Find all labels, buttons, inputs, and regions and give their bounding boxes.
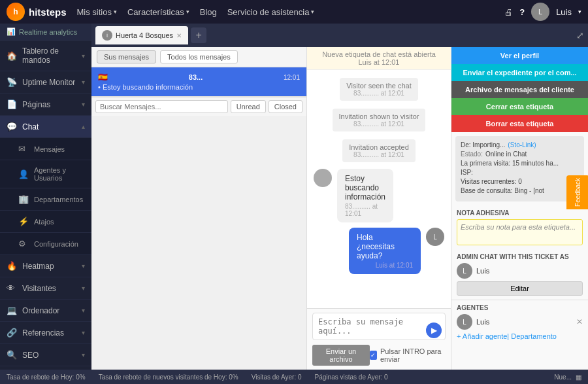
sys-text: Invitation accepted (349, 143, 409, 151)
search-messages-input[interactable] (95, 100, 228, 113)
sidebar-item-dashboard[interactable]: 🏠 Tablero de mandos ▾ (0, 41, 91, 71)
message-archive-button[interactable]: Archivo de mensajes del cliente (451, 81, 588, 98)
tab-bar: i Huerta 4 Bosques ✕ + ⤢ (91, 24, 588, 47)
status-right-label: Nue... (554, 374, 572, 381)
browsing-label: De: Importing... (461, 141, 505, 148)
agent-message: Hola ¿necesitas ayuda? Luis at 12:01 L (314, 228, 444, 274)
tab-info-icon: i (102, 30, 112, 41)
sidebar-item-departments[interactable]: 🏢 Departamentos (0, 188, 91, 211)
chevron-down-icon: ▾ (578, 9, 581, 15)
status-text-2: Visitas de Ayer: 0 (252, 374, 302, 381)
enter-toggle[interactable]: ✓ Pulsar INTRO para enviar (370, 347, 446, 363)
view-profile-button[interactable]: Ver el perfil (451, 47, 588, 64)
chevron-icon: ▾ (82, 307, 85, 314)
pages-icon: 📄 (7, 99, 17, 109)
sidebar-item-pages[interactable]: 📄 Páginas ▾ (0, 94, 91, 116)
list-item[interactable]: 🇪🇸 83... 12:01 • Estoy buscando informac… (91, 67, 306, 97)
sidebar-sub-chat: ✉ Mensajes 👤 Agentes y Usuarios 🏢 Depart… (0, 138, 91, 255)
edit-button[interactable]: Editar (457, 281, 583, 296)
chat-list: 🇪🇸 83... 12:01 • Estoy buscando informac… (91, 67, 306, 97)
status-item-3: Páginas vistas de Ayer: 0 (315, 374, 388, 381)
nav-caracteristicas[interactable]: Características ▾ (127, 7, 189, 17)
chat-time: 12:01 (284, 74, 300, 81)
logo-icon: h (7, 3, 25, 21)
unread-filter-btn[interactable]: Unread (231, 100, 266, 113)
agent-avatar: L (426, 228, 444, 246)
agents-icon: 👤 (18, 169, 29, 179)
visitor-message: Estoy buscando información 83.......... … (314, 169, 392, 222)
chat-tab-0[interactable]: i Huerta 4 Bosques ✕ (95, 26, 188, 44)
sidebar-item-label: Agentes y Usuarios (34, 166, 85, 182)
send-expedient-button[interactable]: Enviar el expediente por el com... (451, 64, 588, 81)
nav-asistencia[interactable]: Servicio de asistencia ▾ (227, 7, 315, 17)
recurrent-value: Visitas recurrentes: 0 (461, 178, 522, 185)
isp-value: ISP: (461, 169, 473, 176)
sidebar-item-agents[interactable]: 👤 Agentes y Usuarios (0, 160, 91, 188)
agent-name: Luis (476, 318, 572, 326)
delete-tag-button[interactable]: Borrar esta etiqueta (451, 115, 588, 132)
status-text-3: Páginas vistas de Ayer: 0 (315, 374, 388, 381)
tab-add-button[interactable]: + (191, 27, 206, 43)
chevron-icon: ▾ (82, 329, 85, 336)
sidebar-item-uptime[interactable]: 📡 Uptime Monitor ▾ (0, 71, 91, 94)
add-agent-button[interactable]: + Añadir agente| Departamento (457, 332, 583, 340)
closed-filter-btn[interactable]: Closed (269, 100, 302, 113)
nav-mis-sitios[interactable]: Mis sitios ▾ (77, 7, 117, 17)
admin-chat-title: ADMIN CHAT WITH THIS TICKET AS (457, 253, 583, 260)
visitors-icon: 👁 (7, 283, 17, 293)
sidebar-item-seo[interactable]: 🔍 SEO ▾ (0, 344, 91, 366)
send-button[interactable]: ▶ (426, 323, 442, 338)
analytics-icon: 📊 (7, 27, 16, 36)
browsing-info: De: Importing... (Sto-Link) (461, 141, 579, 148)
sidebar-item-references[interactable]: 🔗 Referencias ▾ (0, 322, 91, 344)
chevron-icon: ▾ (82, 262, 85, 270)
sidebar-item-computer[interactable]: 💻 Ordenador ▾ (0, 300, 91, 322)
sidebar-item-heatmap[interactable]: 🔥 Heatmap ▾ (0, 255, 91, 277)
first-visit-value: La primera visita: 15 minutos ha... (461, 160, 559, 167)
chat-preview: • Estoy buscando información (98, 83, 300, 91)
tab-close-icon[interactable]: ✕ (176, 32, 182, 39)
status-item-0: Tasa de rebote de Hoy: 0% (7, 374, 86, 381)
sidebar-item-label: SEO (22, 351, 39, 360)
sidebar-item-chat[interactable]: 💬 Chat ▴ (0, 116, 91, 138)
admin-name: Luis (476, 267, 583, 275)
filter-todos[interactable]: Todos los mensajes (160, 50, 238, 63)
user-name[interactable]: Luis (556, 7, 572, 17)
message-input[interactable] (312, 313, 446, 340)
expand-icon[interactable]: ⤢ (576, 30, 584, 41)
flag-icon: 🇪🇸 (98, 73, 108, 82)
visitor-info-box: De: Importing... (Sto-Link) Estado: Onli… (455, 136, 584, 201)
chevron-down-icon: ▾ (186, 9, 189, 15)
sidebar-item-shortcuts[interactable]: ⚡ Atajos (0, 211, 91, 233)
sidebar-item-messages[interactable]: ✉ Mensajes (0, 138, 91, 160)
realtime-analytics[interactable]: 📊 Realtime analytics (0, 24, 91, 41)
chat-input-footer: Enviar un archivo ✓ Pulsar INTRO para en… (312, 345, 446, 366)
nav-blog[interactable]: Blog (200, 7, 217, 17)
feedback-tab[interactable]: Feedback (566, 175, 588, 209)
sidebar-item-visitors[interactable]: 👁 Visitantes ▾ (0, 277, 91, 300)
visitor-time: 83.......... at 12:01 (345, 203, 385, 217)
sticky-note-input[interactable]: Escriba su nota para esta etiqueta... (457, 219, 583, 245)
enter-checkbox[interactable]: ✓ (370, 351, 377, 360)
print-icon[interactable]: 🖨 (504, 7, 513, 17)
status-bar: Tasa de rebote de Hoy: 0% Tasa de rebote… (0, 370, 588, 384)
brand-logo[interactable]: h hitsteps (7, 3, 67, 21)
status-item-1: Tasa de rebote de nuevos visitantes de H… (99, 374, 238, 381)
agent-remove-icon[interactable]: ✕ (576, 317, 583, 326)
help-icon[interactable]: ? (519, 7, 525, 17)
heatmap-icon: 🔥 (7, 261, 17, 271)
chat-messages: Visitor seen the chat 83.......... at 12… (307, 70, 451, 308)
notification-sub: Luis at 12:01 (359, 58, 400, 66)
grid-icon[interactable]: ▦ (576, 374, 581, 381)
sidebar-item-config-chat[interactable]: ⚙ Configuración (0, 233, 91, 255)
close-tag-button[interactable]: Cerrar esta etiqueta (451, 98, 588, 115)
filter-sus-mensajes[interactable]: Sus mensajes (97, 50, 156, 63)
status-text-0: Tasa de rebote de Hoy: 0% (7, 374, 86, 381)
recurrent-info: Visitas recurrentes: 0 (461, 178, 579, 185)
admin-row: L Luis (457, 263, 583, 279)
avatar[interactable]: L (531, 3, 549, 21)
chat-list-column: Sus mensajes Todos los mensajes 🇪🇸 83...… (91, 47, 307, 370)
sto-link: (Sto-Link) (508, 141, 536, 148)
sidebar-item-tags[interactable]: 🏷 Etiquetas ▾ (0, 366, 91, 370)
attach-file-button[interactable]: Enviar un archivo (312, 345, 370, 366)
